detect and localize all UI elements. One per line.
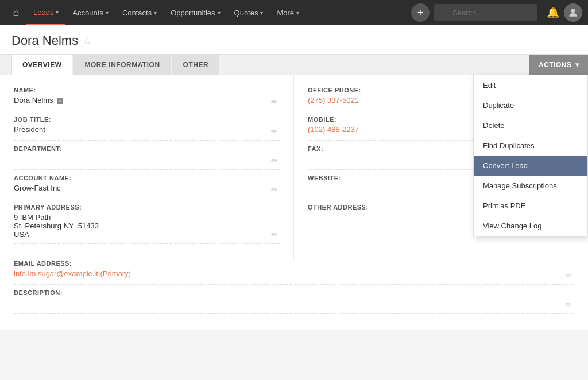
tab-other[interactable]: OTHER [172, 55, 220, 75]
actions-dropdown: Edit Duplicate Delete Find Duplicates Co… [473, 75, 588, 236]
nav-quotes-label: Quotes [234, 9, 258, 17]
search-wrap: 🔍 [434, 4, 537, 21]
nav-more-chevron: ▾ [296, 10, 299, 16]
name-value: Dora Nelms [14, 96, 53, 106]
description-value [14, 298, 574, 309]
action-print-pdf[interactable]: Print as PDF [474, 196, 587, 216]
department-field-group: DEPARTMENT: ✏ [14, 145, 280, 170]
nav-more[interactable]: More ▾ [270, 0, 306, 25]
nav-leads-label: Leads [33, 8, 53, 17]
vcard-icon[interactable]: ≡ [57, 98, 63, 104]
department-edit-pencil[interactable]: ✏ [271, 156, 277, 165]
add-button[interactable]: + [411, 3, 430, 22]
nav-accounts-chevron: ▾ [106, 10, 109, 16]
job-title-edit-pencil[interactable]: ✏ [271, 127, 277, 135]
nav-opportunities[interactable]: Opportunities ▾ [164, 0, 227, 25]
nav-contacts[interactable]: Contacts ▾ [115, 0, 164, 25]
search-input[interactable] [434, 4, 537, 21]
tab-more-information[interactable]: MORE INFORMATION [74, 55, 171, 75]
nav-contacts-label: Contacts [122, 9, 152, 17]
email-edit-pencil[interactable]: ✏ [566, 271, 572, 280]
action-convert-lead[interactable]: Convert Lead [474, 156, 587, 176]
action-duplicate[interactable]: Duplicate [474, 95, 587, 115]
home-button[interactable]: ⌂ [6, 2, 26, 23]
left-column: NAME: Dora Nelms ≡ ✏ JOB TITLE: Presiden… [0, 75, 294, 260]
tab-overview[interactable]: OVERVIEW [11, 55, 72, 75]
name-row: Dora Nelms ≡ [14, 96, 280, 106]
nav-leads-chevron: ▾ [56, 9, 59, 15]
actions-button[interactable]: ACTIONS ▾ [529, 55, 588, 75]
page-title: Dora Nelms [11, 33, 78, 48]
department-label: DEPARTMENT: [14, 145, 280, 152]
nav-quotes[interactable]: Quotes ▾ [227, 0, 270, 25]
email-value: info.im.sugar@example.it (Primary) [14, 269, 574, 280]
action-delete[interactable]: Delete [474, 115, 587, 135]
primary-address-value: 9 IBM PathSt. Petersburg NY 51433USA [14, 213, 280, 239]
name-label: NAME: [14, 87, 280, 94]
user-avatar[interactable] [564, 3, 582, 22]
nav-leads[interactable]: Leads ▾ [26, 0, 65, 25]
nav-accounts-label: Accounts [72, 9, 103, 17]
nav-contacts-chevron: ▾ [154, 10, 157, 16]
top-navigation: ⌂ Leads ▾ Accounts ▾ Contacts ▾ Opportun… [0, 0, 588, 25]
job-title-value: President [14, 125, 280, 135]
nav-opportunities-label: Opportunities [171, 9, 215, 17]
primary-address-edit-pencil[interactable]: ✏ [271, 230, 277, 239]
primary-address-label: PRIMARY ADDRESS: [14, 204, 280, 211]
tabs-bar: OVERVIEW MORE INFORMATION OTHER ACTIONS … [0, 55, 588, 75]
job-title-field-group: JOB TITLE: President ✏ [14, 116, 280, 141]
primary-address-field-group: PRIMARY ADDRESS: 9 IBM PathSt. Petersbur… [14, 204, 280, 244]
page-header: Dora Nelms ☆ [0, 25, 588, 55]
description-label: DESCRIPTION: [14, 289, 574, 296]
description-edit-pencil[interactable]: ✏ [566, 300, 572, 309]
email-field-group: EMAIL ADDRESS: info.im.sugar@example.it … [14, 260, 574, 285]
account-name-edit-pencil[interactable]: ✏ [271, 185, 277, 194]
job-title-label: JOB TITLE: [14, 116, 280, 123]
nav-quotes-chevron: ▾ [260, 10, 263, 16]
nav-opportunities-chevron: ▾ [218, 10, 220, 16]
notifications-bell[interactable]: 🔔 [547, 6, 559, 19]
description-field-group: DESCRIPTION: ✏ [14, 289, 574, 314]
actions-chevron: ▾ [575, 61, 579, 69]
name-edit-pencil[interactable]: ✏ [271, 98, 277, 106]
nav-accounts[interactable]: Accounts ▾ [65, 0, 115, 25]
actions-label: ACTIONS [539, 61, 572, 69]
account-name-field-group: ACCOUNT NAME: Grow-Fast Inc ✏ [14, 175, 280, 199]
name-field-group: NAME: Dora Nelms ≡ ✏ [14, 87, 280, 111]
action-edit[interactable]: Edit [474, 75, 587, 95]
action-find-duplicates[interactable]: Find Duplicates [474, 135, 587, 156]
action-manage-subscriptions[interactable]: Manage Subscriptions [474, 176, 587, 196]
favorite-star[interactable]: ☆ [83, 34, 92, 47]
email-label: EMAIL ADDRESS: [14, 260, 574, 267]
bottom-section: EMAIL ADDRESS: info.im.sugar@example.it … [0, 260, 588, 330]
svg-point-0 [571, 9, 575, 13]
account-name-label: ACCOUNT NAME: [14, 175, 280, 181]
department-value [14, 154, 280, 165]
nav-more-label: More [277, 9, 294, 17]
account-name-value: Grow-Fast Inc [14, 184, 280, 194]
action-view-change-log[interactable]: View Change Log [474, 216, 587, 236]
